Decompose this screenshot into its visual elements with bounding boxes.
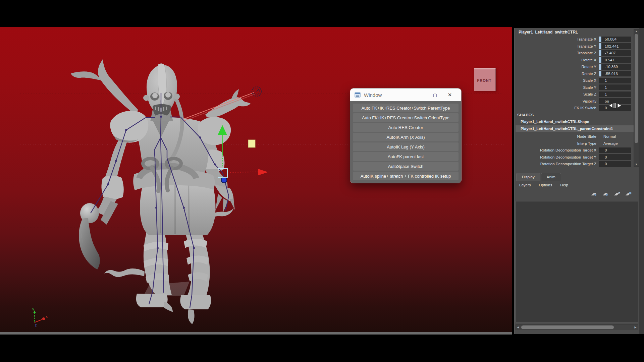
key-indicator xyxy=(599,71,602,76)
channel-row: Translate X50.084 xyxy=(515,36,639,43)
channel-label[interactable]: Translate Y xyxy=(515,44,599,48)
new-empty-layer-icon[interactable] xyxy=(614,192,621,197)
dialog-menu-item[interactable]: AutoIK Arm (X Axis) xyxy=(353,133,459,141)
channel-label[interactable]: Visibility xyxy=(515,99,599,103)
shape-node-item[interactable]: Player1_LeftHand_switchCTRLShape xyxy=(521,120,589,124)
constraint-label[interactable]: Node State xyxy=(515,134,599,138)
channel-value: -55.913 xyxy=(605,72,618,76)
constraint-label[interactable]: Rotation Decomposition Target Y xyxy=(515,155,599,159)
character-model[interactable] xyxy=(71,59,251,324)
scroll-right-icon[interactable]: ▶ xyxy=(633,326,638,329)
panel-edge-strip xyxy=(639,28,644,334)
translate-manipulator[interactable] xyxy=(218,125,268,183)
channel-value: 1 xyxy=(605,92,607,96)
menu-options[interactable]: Options xyxy=(539,183,552,187)
constraint-label[interactable]: Rotation Decomposition Target X xyxy=(515,148,599,152)
axis-gizmo: y x z xyxy=(32,307,48,327)
left-arm xyxy=(79,127,132,269)
channel-value: 0 xyxy=(605,106,607,110)
selected-node-name[interactable]: Player1_LeftHand_switchCTRL xyxy=(519,30,578,35)
dialog-menu-item[interactable]: AutoIK Leg (Y Axis) xyxy=(353,142,459,151)
dialog-menu-item[interactable]: AutoIK spline+ stretch + FK controlled I… xyxy=(353,172,459,180)
channel-label[interactable]: Scale Z xyxy=(515,92,599,96)
channel-value-field[interactable]: 1 xyxy=(599,84,631,90)
close-button[interactable]: ✕ xyxy=(442,88,457,101)
channel-label[interactable]: Rotate Z xyxy=(515,72,599,76)
constraint-row: Rotation Decomposition Target Y0 xyxy=(515,154,639,161)
constraint-row: Interp TypeAverage xyxy=(515,140,639,147)
channel-value: 50.084 xyxy=(605,37,616,41)
scrollbar-thumb[interactable] xyxy=(521,325,614,329)
dialog-menu-item[interactable]: AutoFK parent last xyxy=(353,152,459,161)
new-layer-from-selected-icon[interactable] xyxy=(625,192,632,197)
tab-display[interactable]: Display xyxy=(516,173,540,181)
constraint-value-text: 0 xyxy=(605,155,607,159)
dialog-menu-item[interactable]: Auto FK+IK+RES Creator+Switch ParentType xyxy=(353,104,459,112)
key-indicator xyxy=(599,37,602,42)
constraint-label[interactable]: Interp Type xyxy=(515,141,599,145)
dialog-menu-item[interactable]: AutoSpace Switch xyxy=(353,162,459,171)
scroll-left-icon[interactable]: ◀ xyxy=(516,326,520,329)
head xyxy=(143,63,180,121)
layer-list-area[interactable] xyxy=(516,201,638,322)
layer-move-down-icon[interactable] xyxy=(602,192,609,197)
dialog-titlebar[interactable]: Window ─ ▢ ✕ xyxy=(350,88,461,101)
view-cube[interactable]: FRONT xyxy=(474,68,496,91)
menu-layers[interactable]: Layers xyxy=(519,183,531,187)
channel-label[interactable]: Translate X xyxy=(515,37,599,41)
constraint-value-text: Average xyxy=(603,141,618,145)
constraint-node-item-selected[interactable]: Player1_LeftHand_switchCTRL_parentConstr… xyxy=(516,125,634,132)
switch-ctrl-handle[interactable] xyxy=(248,140,255,147)
dialog-body: Auto FK+IK+RES Creator+Switch ParentType… xyxy=(350,101,461,183)
channel-value-field[interactable]: -10.369 xyxy=(599,64,631,70)
channel-value-field[interactable]: 1 xyxy=(599,78,631,83)
scroll-up-icon[interactable]: ▲ xyxy=(634,30,639,33)
viewport-bottom-edge xyxy=(0,332,512,335)
channel-value-field[interactable]: 1 xyxy=(599,92,631,97)
axis-x-label: x xyxy=(46,315,48,318)
channel-row: Rotate Y-10.369 xyxy=(515,63,639,70)
constraint-value-field[interactable]: 0 xyxy=(599,154,631,160)
channel-value: 1 xyxy=(605,85,607,89)
dialog-menu-item[interactable]: Auto RES Creator xyxy=(353,123,459,132)
tab-anim[interactable]: Anim xyxy=(541,173,561,181)
channel-row: Rotate X0.547 xyxy=(515,57,639,64)
constraint-row: Node StateNormal xyxy=(515,133,639,140)
maximize-button[interactable]: ▢ xyxy=(428,88,442,101)
channel-row: Scale Y1 xyxy=(515,84,639,91)
channel-value: 1 xyxy=(605,78,607,82)
channel-value: -7.407 xyxy=(605,51,616,55)
channel-box-vertical-scrollbar[interactable]: ▲ ▼ xyxy=(634,29,639,167)
channel-row: Translate Y102.441 xyxy=(515,43,639,50)
rotate-ctrl-circle[interactable] xyxy=(252,87,261,96)
horizontal-drag-cursor xyxy=(609,102,622,109)
channel-label[interactable]: Rotate X xyxy=(515,58,599,62)
channel-value-field[interactable]: 102.441 xyxy=(599,43,631,49)
channel-row: Translate Z-7.407 xyxy=(515,50,639,57)
channel-value-field[interactable]: 50.084 xyxy=(599,37,631,42)
channel-value-field[interactable]: 0.547 xyxy=(599,57,631,63)
constraint-value-field[interactable]: 0 xyxy=(599,147,631,153)
dialog-menu-item[interactable]: Auto FK+IK+RES Creator+Switch OrientType xyxy=(353,113,459,122)
minimize-button[interactable]: ─ xyxy=(413,88,428,101)
scrollbar-thumb[interactable] xyxy=(635,34,638,143)
channel-label[interactable]: Translate Z xyxy=(515,51,599,55)
key-indicator xyxy=(599,50,602,56)
script-window-dialog[interactable]: Window ─ ▢ ✕ Auto FK+IK+RES Creator+Swit… xyxy=(350,88,462,183)
channel-value-field[interactable]: -7.407 xyxy=(599,50,631,56)
channel-row: Scale Z1 xyxy=(515,91,639,98)
layer-move-up-icon[interactable] xyxy=(591,192,598,197)
channel-label[interactable]: Scale X xyxy=(515,78,599,82)
channel-attribute-list: Translate X50.084Translate Y102.441Trans… xyxy=(515,36,639,112)
scroll-down-icon[interactable]: ▼ xyxy=(634,163,639,166)
channel-row: Scale X1 xyxy=(515,77,639,84)
channel-value: -10.369 xyxy=(605,65,618,69)
channel-label[interactable]: Scale Y xyxy=(515,85,599,89)
channel-value-field[interactable]: -55.913 xyxy=(599,71,631,76)
menu-help[interactable]: Help xyxy=(560,183,568,187)
pane-splitter-handle[interactable]: ································· xyxy=(515,166,639,169)
channel-label[interactable]: Rotate Y xyxy=(515,65,599,69)
constraint-value: Average xyxy=(599,141,631,145)
channel-label[interactable]: FK IK Switch xyxy=(515,106,599,110)
layer-horizontal-scrollbar[interactable]: ◀ ▶ xyxy=(516,324,638,330)
